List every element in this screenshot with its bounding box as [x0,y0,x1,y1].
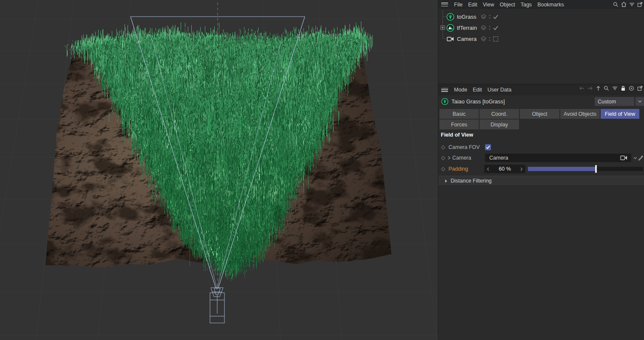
tab-field-of-view[interactable]: Field of View [601,109,639,119]
padding-slider-fill [528,167,596,171]
om-row-tfterrain[interactable]: tfTerrain [438,22,644,33]
am-object-title: Taiao Grass [toGrass] [451,98,505,105]
camera-icon[interactable] [620,155,628,161]
attribute-manager: Mode Edit User Data [438,84,644,340]
param-diamond-icon[interactable] [441,167,445,171]
camera-fov-label: Camera FOV [448,144,480,150]
layer-tag-icon[interactable] [480,25,487,31]
param-diamond-icon[interactable] [441,145,445,149]
am-menu-mode[interactable]: Mode [454,87,467,93]
om-row-camera[interactable]: Camera [438,33,644,44]
camera-link-field[interactable]: Camera [485,154,631,162]
grass-object-icon [446,13,454,21]
padding-value[interactable]: 60 % [489,166,520,172]
padding-stepper[interactable]: 60 % [484,165,525,173]
camera-link-value: Camera [489,155,508,161]
search-icon[interactable] [604,86,609,91]
param-diamond-icon[interactable] [441,156,445,160]
am-menu-userdata[interactable]: User Data [488,87,511,93]
visibility-dots-icon[interactable] [488,36,491,42]
am-menu-edit[interactable]: Edit [473,87,482,93]
grass-object-icon [441,98,448,105]
om-hamburger-icon[interactable] [441,3,448,6]
om-menubar: File Edit View Object Tags Bookmarks [438,0,644,9]
tab-avoid-objects[interactable]: Avoid Objects [560,109,600,119]
row-camera-fov: Camera FOV [438,142,644,153]
tab-object[interactable]: Object [520,109,559,119]
visibility-dots-icon[interactable] [488,14,491,20]
camera-label: Camera [452,155,471,161]
pop-out-icon[interactable] [637,86,643,91]
eyedropper-icon[interactable] [638,155,644,161]
chevron-down-icon [638,100,642,103]
section-distance-filtering[interactable]: Distance Filtering [438,176,644,186]
up-arrow-icon[interactable] [596,86,601,91]
search-icon[interactable] [613,2,618,7]
chevron-down-icon[interactable] [633,157,637,160]
camera-fov-checkbox[interactable] [485,144,491,150]
preset-chevron[interactable] [635,97,644,106]
om-menu-object[interactable]: Object [500,2,515,8]
render-dots-icon[interactable] [493,36,499,42]
object-manager: File Edit View Object Tags Bookmarks [438,0,644,84]
tab-coord[interactable]: Coord. [479,109,519,119]
filter-icon[interactable] [612,86,618,91]
back-arrow-icon[interactable] [579,86,584,91]
enabled-check-icon[interactable] [493,25,499,31]
forward-arrow-icon[interactable] [587,86,593,91]
tab-display[interactable]: Display [479,120,519,129]
stepper-right-icon[interactable] [520,167,523,171]
pop-out-icon[interactable] [637,2,643,7]
padding-label: Padding [448,166,468,172]
om-object-label[interactable]: tfTerrain [457,25,477,31]
right-panel: File Edit View Object Tags Bookmarks [438,0,644,340]
om-menu-bookmarks[interactable]: Bookmarks [537,2,564,8]
row-padding: Padding 60 % [438,163,644,174]
layer-tag-icon[interactable] [480,36,487,42]
om-object-label[interactable]: toGrass [457,14,477,20]
am-hamburger-icon[interactable] [441,88,448,92]
om-menu-tags[interactable]: Tags [521,2,532,8]
om-menu-file[interactable]: File [454,2,462,8]
viewport-3d[interactable] [0,0,438,340]
padding-slider[interactable] [528,167,643,171]
terrain-object-icon [446,24,454,32]
target-icon[interactable] [629,86,634,91]
row-camera: Camera Camera [438,152,644,163]
layer-tag-icon[interactable] [480,14,487,20]
home-icon[interactable] [621,2,627,7]
tab-forces[interactable]: Forces [440,120,479,129]
enabled-check-icon[interactable] [493,14,499,20]
collapsed-triangle-icon [445,179,447,183]
distance-filtering-label: Distance Filtering [451,178,492,184]
om-menu-view[interactable]: View [483,2,494,8]
section-title-field-of-view: Field of View [441,132,473,138]
lock-icon[interactable] [621,86,626,91]
camera-object-icon [446,35,454,43]
tab-basic[interactable]: Basic [440,109,479,119]
expand-chevron-icon[interactable] [448,156,451,160]
visibility-dots-icon[interactable] [488,25,491,31]
padding-slider-handle[interactable] [595,165,597,173]
filter-icon[interactable] [629,2,635,7]
preset-dropdown[interactable]: Custom [595,97,634,106]
om-object-label[interactable]: Camera [457,36,477,42]
om-row-tograss[interactable]: toGrass [438,11,644,22]
om-menu-edit[interactable]: Edit [468,2,477,8]
am-menubar: Mode Edit User Data [438,84,644,95]
check-icon [485,144,491,150]
om-object-list: toGrass tfTerrain [438,9,644,84]
